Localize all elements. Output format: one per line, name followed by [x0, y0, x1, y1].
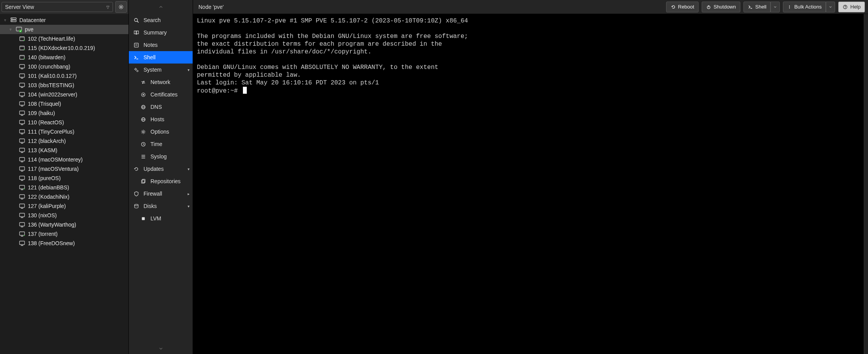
menu-item-dns[interactable]: DNS [129, 101, 193, 113]
menu-item-firewall[interactable]: Firewall▸ [129, 187, 193, 200]
list-icon [140, 154, 147, 160]
node-menu-panel: SearchSummaryNotesShellSystem▾NetworkCer… [129, 0, 193, 354]
menu-item-syslog[interactable]: Syslog [129, 150, 193, 163]
square-icon [140, 216, 147, 222]
tree-guest[interactable]: 127 (kaliPurple) [0, 201, 128, 211]
tree-label: 104 (win2022server) [28, 91, 77, 98]
tree-guest[interactable]: 136 (WartyWarthog) [0, 220, 128, 229]
menu-item-system[interactable]: System▾ [129, 64, 193, 76]
reboot-icon [670, 4, 676, 10]
node-menu-list: SearchSummaryNotesShellSystem▾NetworkCer… [129, 14, 193, 343]
tree-guest[interactable]: 118 (pureOS) [0, 174, 128, 183]
tree-guest[interactable]: 121 (debianBBS) [0, 183, 128, 192]
clock-icon [140, 141, 147, 147]
disk-icon [133, 203, 140, 209]
menu-item-label: Notes [144, 42, 158, 48]
menu-item-updates[interactable]: Updates▾ [129, 163, 193, 175]
menu-item-search[interactable]: Search [129, 14, 193, 26]
menu-item-hosts[interactable]: Hosts [129, 113, 193, 125]
bulk-actions-button[interactable]: Bulk Actions [783, 2, 826, 12]
menu-item-repositories[interactable]: Repositories [129, 175, 193, 187]
tree-guest[interactable]: 137 (torrent) [0, 229, 128, 239]
bulk-actions-button-group: Bulk Actions [783, 2, 835, 12]
menu-collapse-down[interactable] [129, 343, 193, 354]
tree-guest[interactable]: 109 (haiku) [0, 108, 128, 118]
tree-guest[interactable]: 113 (KASM) [0, 146, 128, 155]
tree-guest[interactable]: 112 (blackArch) [0, 136, 128, 146]
tree-guest[interactable]: 138 (FreeDOSnew) [0, 239, 128, 248]
tree-guest[interactable]: 111 (TinyCorePlus) [0, 127, 128, 136]
globe-icon [140, 117, 147, 122]
tree-label: 117 (macOSVentura) [28, 166, 79, 172]
shell-dropdown[interactable] [771, 2, 780, 12]
power-icon [706, 4, 711, 10]
tree-guest[interactable]: 101 (Kali10.0.0.127) [0, 71, 128, 81]
menu-item-certificates[interactable]: Certificates [129, 88, 193, 101]
expand-toggle-icon[interactable]: ▿ [8, 27, 13, 31]
vm-stopped-icon [19, 128, 26, 135]
container-running-icon [19, 35, 26, 42]
tree-guest[interactable]: 103 (bbsTESTING) [0, 81, 128, 90]
tree-label: 111 (TinyCorePlus) [28, 129, 74, 135]
menu-item-notes[interactable]: Notes [129, 39, 193, 51]
vm-stopped-icon [19, 165, 26, 172]
shutdown-button[interactable]: Shutdown [702, 2, 740, 12]
menu-item-label: Firewall [144, 191, 162, 197]
menu-item-label: LVM [150, 215, 161, 222]
tree-guest[interactable]: 100 (crunchbang) [0, 62, 128, 71]
tree-label: 130 (nixOS) [28, 212, 57, 218]
vm-stopped-icon [19, 82, 26, 89]
chevron-down-icon [829, 5, 832, 9]
reboot-button[interactable]: Reboot [666, 2, 699, 12]
menu-item-summary[interactable]: Summary [129, 26, 193, 39]
tree-label: 110 (ReactOS) [28, 119, 64, 125]
vm-stopped-icon [19, 100, 26, 107]
tree-settings-button[interactable] [115, 1, 127, 13]
content-header: Node 'pve' Reboot Shutdown Shell [193, 0, 868, 14]
tree-guest[interactable]: 130 (nixOS) [0, 211, 128, 220]
terminal-cursor [243, 87, 247, 94]
tree-label: 121 (debianBBS) [28, 184, 69, 191]
button-label: Reboot [678, 4, 694, 10]
tree-guest[interactable]: 115 (KDXdocker10.0.0.219) [0, 43, 128, 53]
expand-toggle-icon[interactable]: ▿ [2, 18, 8, 22]
menu-item-time[interactable]: Time [129, 138, 193, 150]
menu-item-label: DNS [150, 104, 162, 110]
shell-button[interactable]: Shell [743, 2, 771, 12]
tree-guest[interactable]: 104 (win2022server) [0, 90, 128, 99]
view-selector-label: Server View [5, 4, 34, 10]
menu-item-label: Certificates [150, 91, 178, 98]
vm-stopped-icon [19, 193, 26, 200]
help-button[interactable]: Help [838, 2, 865, 12]
shield-icon [133, 191, 140, 197]
tree-guest[interactable]: 122 (KodachiNix) [0, 192, 128, 201]
menu-item-label: Hosts [150, 116, 164, 122]
page-title: Node 'pve' [196, 4, 663, 10]
tree-guest[interactable]: 117 (macOSVentura) [0, 164, 128, 174]
tree-guest[interactable]: 114 (macOSMonterey) [0, 155, 128, 164]
chevron-down-icon: ▽ [106, 5, 109, 9]
tree-guest[interactable]: 110 (ReactOS) [0, 118, 128, 127]
menu-collapse-up[interactable] [129, 0, 193, 14]
view-selector[interactable]: Server View ▽ [2, 2, 113, 12]
menu-item-label: Options [150, 129, 169, 135]
tree-label: 103 (bbsTESTING) [28, 82, 74, 88]
shell-icon [748, 4, 753, 10]
vm-stopped-icon [19, 240, 26, 247]
menu-item-options[interactable]: Options [129, 125, 193, 138]
tree-label: 101 (Kali10.0.0.127) [28, 73, 77, 79]
tree-datacenter[interactable]: ▿ Datacenter [0, 15, 128, 25]
tree-label: 102 (TechHeart.life) [28, 36, 75, 42]
bulk-actions-dropdown[interactable] [826, 2, 835, 12]
chevron-down-icon [158, 346, 164, 351]
tree-guest[interactable]: 140 (bitwarden) [0, 53, 128, 62]
note-icon [133, 42, 140, 48]
menu-item-disks[interactable]: Disks▾ [129, 200, 193, 212]
menu-item-lvm[interactable]: LVM [129, 212, 193, 225]
tree-node-pve[interactable]: ▿ pve [0, 25, 128, 34]
tree-guest[interactable]: 108 (Trisquel) [0, 99, 128, 108]
shell-terminal[interactable]: Linux pve 5.15.107-2-pve #1 SMP PVE 5.15… [193, 14, 864, 354]
tree-guest[interactable]: 102 (TechHeart.life) [0, 34, 128, 43]
menu-item-shell[interactable]: Shell [129, 51, 193, 64]
menu-item-network[interactable]: Network [129, 76, 193, 88]
